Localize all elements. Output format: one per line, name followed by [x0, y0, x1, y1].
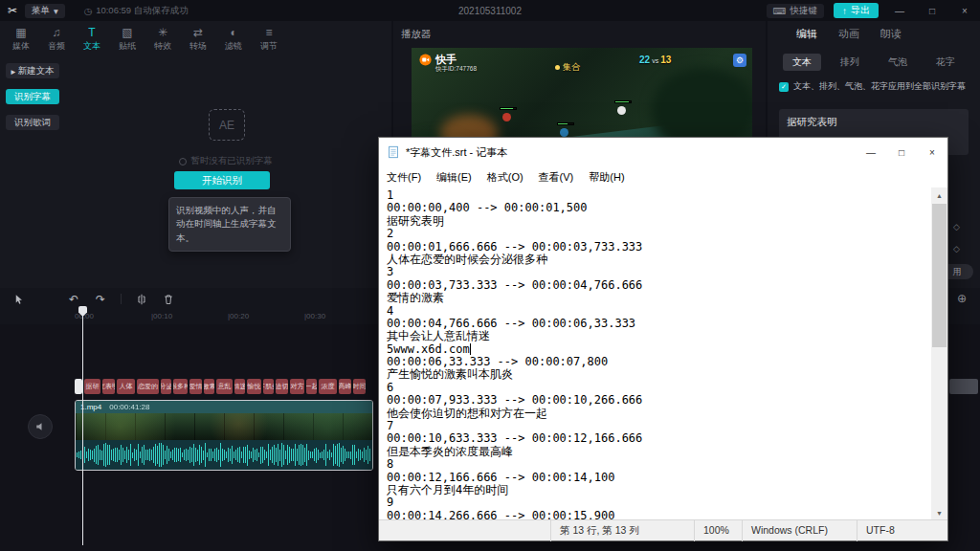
subtitle-clip[interactable]: 对方	[290, 379, 304, 394]
media-tab[interactable]: ✳ 特效	[145, 24, 180, 55]
subtitle-clip[interactable]: 究表明	[102, 379, 115, 394]
shortcut-button[interactable]: ⌨ 快捷键	[767, 4, 824, 18]
new-text-button[interactable]: ▸ 新建文本	[6, 63, 59, 78]
game-character	[617, 106, 626, 115]
notepad-menu-item[interactable]: 帮助(H)	[581, 166, 632, 187]
subtitle-clip[interactable]: 愉悦	[247, 379, 261, 394]
media-tab-icon: ≡	[265, 27, 272, 38]
scroll-up-icon[interactable]: ▲	[931, 187, 947, 204]
text-line: 5www.x6d.com	[387, 343, 931, 356]
media-tab[interactable]: ▧ 贴纸	[110, 24, 145, 55]
subtitle-clip[interactable]: 时间	[353, 379, 366, 394]
apply-all-checkbox[interactable]: ✓	[779, 82, 789, 92]
notepad-close-button[interactable]: ×	[917, 138, 947, 166]
media-tab[interactable]: ▦ 媒体	[4, 24, 38, 55]
close-button[interactable]: ×	[953, 6, 976, 16]
subtitle-clip[interactable]: 很多种	[173, 379, 188, 394]
text-line: 爱情的激素	[387, 292, 931, 304]
notepad-menu-item[interactable]: 文件(F)	[379, 166, 429, 187]
kuaishou-logo-icon	[419, 54, 432, 66]
scrollbar-thumb[interactable]	[932, 204, 947, 347]
game-score: 22 vs 13	[639, 55, 671, 65]
start-recognition-button[interactable]: 开始识别	[174, 171, 270, 189]
notepad-menu-item[interactable]: 编辑(E)	[429, 166, 479, 187]
subtitle-clip[interactable]: 据研	[84, 379, 100, 394]
notepad-scrollbar[interactable]: ▲ ▼	[931, 187, 947, 521]
select-tool-icon[interactable]	[11, 293, 25, 306]
menu-button[interactable]: 菜单 ▾	[25, 4, 65, 18]
export-button[interactable]: ↑ 导出	[834, 3, 879, 18]
subtitle-clip[interactable]: 浓度	[319, 379, 337, 394]
subtitle-clip[interactable]: 恋爱的	[137, 379, 159, 394]
health-bar	[614, 100, 632, 103]
text-subtab-bar: 文本 排列 气泡 花字	[768, 54, 980, 71]
playhead[interactable]	[82, 306, 83, 545]
media-tab-icon: ✳	[158, 27, 167, 38]
subtitle-clip[interactable]: 激素	[204, 379, 214, 394]
subtitle-clip[interactable]: 意乱	[216, 379, 233, 394]
media-tab-bar: ▦ 媒体 ♫ 音频 T 文本 ▧ 贴纸	[0, 21, 391, 55]
text-subtab[interactable]: 花字	[926, 54, 965, 71]
delete-icon[interactable]	[162, 293, 175, 306]
autosave-status: ◷ 10:06:59 自动保存成功	[84, 5, 189, 17]
text-subtab[interactable]: 文本	[783, 54, 821, 71]
minimize-button[interactable]: —	[888, 6, 911, 16]
subtitle-clip-text: 对方	[291, 382, 304, 391]
recognize-subtitle-button[interactable]: 识别字幕	[6, 89, 59, 104]
edit-tab[interactable]: 动画	[838, 27, 859, 41]
audio-waveform	[76, 440, 372, 470]
subtitle-clip[interactable]: 一起	[306, 379, 317, 394]
text-line: 8	[387, 458, 931, 471]
subtitle-clip[interactable]	[75, 379, 82, 394]
edit-tab[interactable]: 朗读	[880, 27, 902, 41]
notepad-titlebar[interactable]: *字幕文件.srt - 记事本 — □ ×	[379, 138, 947, 166]
recognize-lyrics-button[interactable]: 识别歌词	[6, 115, 59, 130]
text-line: 00:00:01,666.666 --> 00:00:03,733.333	[387, 241, 931, 253]
keyframe-diamond-icon[interactable]: ◇	[953, 244, 960, 253]
clip-header: 1.mp4 00:00:41:28	[76, 401, 372, 413]
notepad-menu-item[interactable]: 查看(V)	[531, 166, 582, 187]
media-tab[interactable]: T 文本	[75, 24, 109, 55]
undo-icon[interactable]: ↶	[67, 293, 80, 306]
video-clip[interactable]: 1.mp4 00:00:41:28	[75, 400, 373, 471]
subtitle-clip[interactable]: 人体	[117, 379, 135, 394]
subtitle-clip-text: 据研	[86, 382, 100, 391]
edit-tab[interactable]: 编辑	[796, 27, 817, 41]
media-tab[interactable]: ◐ 滤镜	[216, 24, 251, 55]
media-tab[interactable]: ♫ 音频	[39, 24, 74, 55]
media-tab[interactable]: ≡ 调节	[252, 24, 286, 55]
mute-original-audio-button[interactable]	[28, 414, 53, 439]
text-line: 1	[387, 189, 931, 202]
ruler-mark: |00:10	[151, 312, 172, 320]
split-tool-icon[interactable]	[135, 293, 148, 306]
media-tab-label: 音频	[48, 40, 65, 53]
notepad-text-area[interactable]: 1 00:00:00,400 --> 00:00:01,500 据研究表明 2 …	[379, 187, 947, 521]
subtitle-clip[interactable]: 情迷	[234, 379, 245, 394]
maximize-button[interactable]: □	[921, 6, 944, 16]
notepad-maximize-button[interactable]: □	[886, 138, 917, 166]
text-subtab[interactable]: 气泡	[879, 54, 917, 71]
subtitle-clip[interactable]: 本肌炎	[263, 379, 274, 394]
notepad-minimize-button[interactable]: —	[856, 138, 886, 166]
text-line: 但是本季炎的浓度最高峰	[387, 446, 931, 458]
text-subtab[interactable]: 排列	[831, 54, 869, 71]
export-icon: ↑	[842, 6, 847, 16]
subtitle-clip[interactable]	[949, 379, 978, 394]
clip-thumbnails	[76, 413, 372, 440]
subtitle-clip-text: 高峰	[339, 382, 351, 391]
redo-icon[interactable]: ↷	[94, 293, 107, 306]
media-tab[interactable]: ⇄ 转场	[181, 24, 215, 55]
subtitle-clip[interactable]: 迫切	[276, 379, 288, 394]
keyframe-diamond-icon[interactable]: ◇	[953, 222, 960, 231]
notepad-title: *字幕文件.srt - 记事本	[406, 145, 507, 160]
subtitle-clip[interactable]: 爱情	[189, 379, 202, 394]
text-cursor	[470, 343, 471, 355]
timeline-scale-icon[interactable]: ⊕	[957, 292, 967, 305]
game-settings-button[interactable]: ⚙	[733, 54, 746, 67]
subtitle-clip[interactable]: 分泌	[161, 379, 171, 394]
text-line: 据研究表明	[387, 215, 931, 228]
notepad-menu-item[interactable]: 格式(O)	[479, 166, 531, 187]
chevron-down-icon: ▾	[54, 6, 58, 16]
subtitle-clip[interactable]: 高峰	[339, 379, 351, 394]
text-line: 只有六个月到4年的时间	[387, 484, 931, 496]
